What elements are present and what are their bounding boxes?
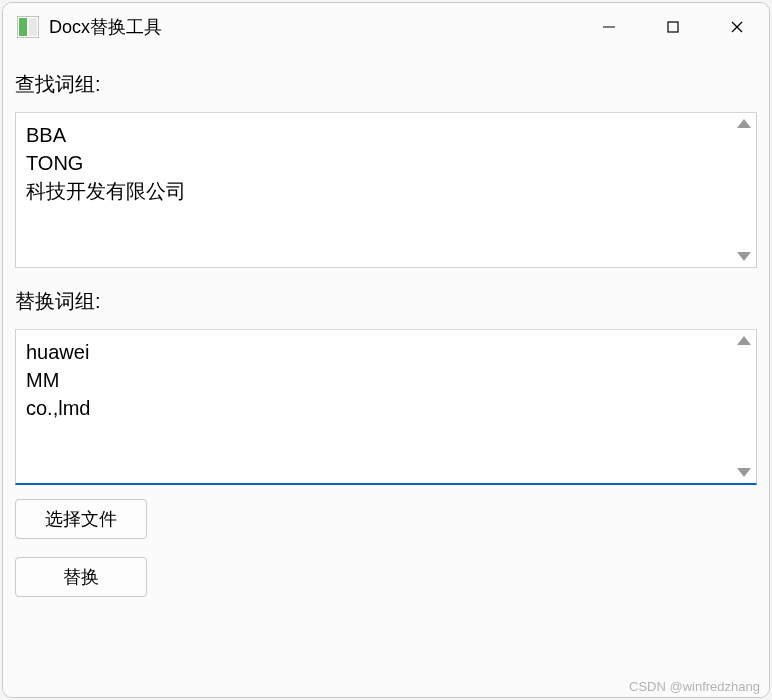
app-icon	[17, 16, 39, 38]
close-icon	[730, 20, 744, 34]
select-file-button[interactable]: 选择文件	[15, 499, 147, 539]
replace-textbox-wrap	[15, 329, 757, 485]
replace-button-label: 替换	[63, 565, 99, 589]
replace-button[interactable]: 替换	[15, 557, 147, 597]
close-button[interactable]	[705, 3, 769, 51]
find-spin-controls	[732, 113, 756, 267]
select-file-label: 选择文件	[45, 507, 117, 531]
replace-spin-controls	[732, 330, 756, 483]
titlebar: Docx替换工具	[3, 3, 769, 51]
find-textbox-wrap	[15, 112, 757, 268]
svg-rect-4	[668, 22, 678, 32]
replace-label: 替换词组:	[15, 288, 757, 315]
minimize-button[interactable]	[577, 3, 641, 51]
window-controls	[577, 3, 769, 51]
app-window: Docx替换工具 查找词组: 替换词组:	[2, 2, 770, 698]
find-textbox[interactable]	[16, 113, 732, 267]
find-spin-down[interactable]	[737, 252, 751, 261]
maximize-icon	[666, 20, 680, 34]
svg-rect-2	[29, 18, 37, 36]
find-label: 查找词组:	[15, 71, 757, 98]
content-area: 查找词组: 替换词组: 选择文件 替换	[3, 51, 769, 697]
replace-textbox[interactable]	[16, 330, 732, 483]
replace-spin-down[interactable]	[737, 468, 751, 477]
svg-rect-1	[19, 18, 27, 36]
maximize-button[interactable]	[641, 3, 705, 51]
minimize-icon	[602, 20, 616, 34]
window-title: Docx替换工具	[49, 15, 577, 39]
find-spin-up[interactable]	[737, 119, 751, 128]
replace-spin-up[interactable]	[737, 336, 751, 345]
